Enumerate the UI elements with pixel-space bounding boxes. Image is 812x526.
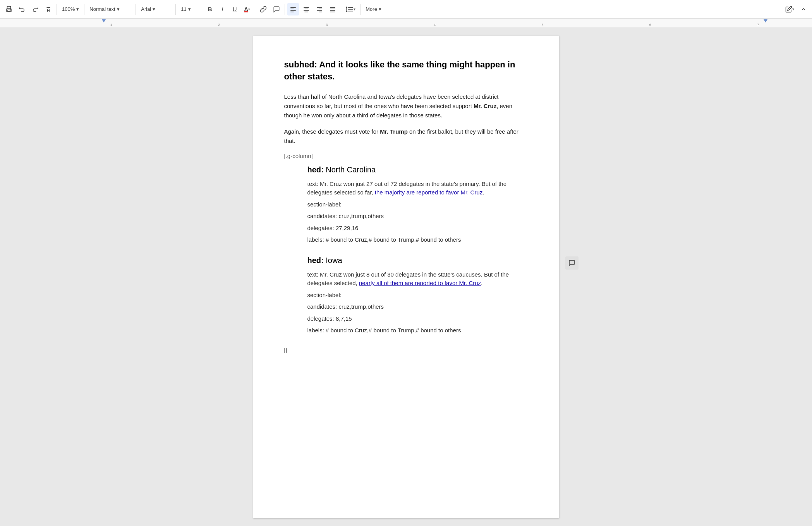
delegates-iowa: delegates: 8,7,15 <box>307 315 528 323</box>
delegates-nc: delegates: 27,29,16 <box>307 224 528 233</box>
paragraph-2-start: Again, these delegates must vote for <box>284 128 380 135</box>
ruler-mark-6: 6 <box>596 23 704 27</box>
underline-button[interactable]: U <box>229 3 240 15</box>
print-button[interactable] <box>3 3 15 15</box>
ruler: 1 2 3 4 5 6 7 <box>0 19 812 28</box>
labels-nc: labels: # bound to Cruz,# bound to Trump… <box>307 235 528 244</box>
ruler-mark-3: 3 <box>273 23 381 27</box>
style-dropdown[interactable]: Normal text ▾ <box>87 3 133 15</box>
ruler-indent-left[interactable] <box>102 19 106 22</box>
style-chevron: ▾ <box>117 6 120 12</box>
size-label: 11 <box>181 6 186 12</box>
more-label: More <box>366 6 377 12</box>
more-chevron: ▾ <box>379 6 381 12</box>
font-dropdown[interactable]: Arial ▾ <box>138 3 173 15</box>
ruler-mark-2: 2 <box>165 23 273 27</box>
hed-label-2: hed: <box>307 256 324 265</box>
hed-iowa: hed: Iowa <box>307 256 528 265</box>
svg-point-3 <box>10 9 11 10</box>
zoom-dropdown[interactable]: 100% ▾ <box>59 3 82 15</box>
divider-7 <box>285 4 285 15</box>
color-chevron: ▾ <box>248 7 250 11</box>
ruler-mark-7: 7 <box>704 23 812 27</box>
divider-9 <box>360 4 361 15</box>
hed-label-1: hed: <box>307 165 324 174</box>
zoom-chevron: ▾ <box>76 6 79 12</box>
text-color-button[interactable]: A ▾ <box>242 3 252 15</box>
undo-button[interactable] <box>16 3 28 15</box>
size-chevron: ▾ <box>188 6 191 12</box>
linespacing-chevron: ▾ <box>354 7 355 11</box>
paragraph-2-bold: Mr. Trump <box>380 128 408 135</box>
divider-4 <box>175 4 176 15</box>
text-iowa-suffix: . <box>481 280 482 286</box>
candidates-nc: candidates: cruz,trump,others <box>307 212 528 221</box>
section-iowa: hed: Iowa text: Mr. Cruz won just 8 out … <box>284 256 528 335</box>
svg-rect-2 <box>8 10 10 12</box>
comment-sidebar-icon[interactable] <box>565 256 579 270</box>
document-page[interactable]: subhed: And it looks like the same thing… <box>253 36 559 518</box>
divider-2 <box>84 4 84 15</box>
divider-5 <box>202 4 202 15</box>
edit-button[interactable]: ▾ <box>783 3 797 15</box>
svg-rect-0 <box>7 6 11 9</box>
ruler-indent-right[interactable] <box>764 19 767 22</box>
style-label: Normal text <box>89 6 115 12</box>
paragraph-2: Again, these delegates must vote for Mr.… <box>284 127 528 146</box>
align-right-button[interactable] <box>314 3 325 15</box>
color-bar <box>244 11 248 12</box>
section-label-nc: section-label: <box>307 200 528 209</box>
text-nc: text: Mr. Cruz won just 27 out of 72 del… <box>307 180 528 197</box>
edit-chevron: ▾ <box>792 7 794 11</box>
collapse-toolbar-button[interactable] <box>798 3 809 15</box>
toolbar: 100% ▾ Normal text ▾ Arial ▾ 11 ▾ B I U … <box>0 0 812 19</box>
text-nc-link[interactable]: the majority are reported to favor Mr. C… <box>375 189 482 196</box>
section-north-carolina: hed: North Carolina text: Mr. Cruz won j… <box>284 165 528 244</box>
text-iowa-link[interactable]: nearly all of them are reported to favor… <box>359 280 481 286</box>
labels-iowa: labels: # bound to Cruz,# bound to Trump… <box>307 326 528 335</box>
bold-icon: B <box>208 6 212 12</box>
paragraph-1: Less than half of North Carolina and Iow… <box>284 92 528 120</box>
hed-value-1-text: North Carolina <box>326 165 376 174</box>
divider-8 <box>341 4 341 15</box>
hed-value-2-text: Iowa <box>326 256 342 265</box>
section-label-iowa: section-label: <box>307 291 528 300</box>
hed-north-carolina: hed: North Carolina <box>307 165 528 174</box>
bracket-label: [.g-column] <box>284 153 528 159</box>
align-center-button[interactable] <box>300 3 312 15</box>
sections-container: hed: North Carolina text: Mr. Cruz won j… <box>284 165 528 335</box>
align-left-button[interactable] <box>287 3 299 15</box>
italic-button[interactable]: I <box>217 3 228 15</box>
ruler-mark-1: 1 <box>57 23 165 27</box>
comment-button[interactable] <box>271 3 282 15</box>
font-chevron: ▾ <box>153 6 155 12</box>
underline-icon: U <box>233 6 237 12</box>
divider-6 <box>255 4 255 15</box>
page-area: subhed: And it looks like the same thing… <box>0 28 812 526</box>
link-button[interactable] <box>258 3 269 15</box>
bracket-bottom: [] <box>284 347 528 353</box>
ruler-mark-5: 5 <box>489 23 596 27</box>
divider-3 <box>136 4 136 15</box>
divider-1 <box>57 4 57 15</box>
font-label: Arial <box>141 6 151 12</box>
bold-button[interactable]: B <box>204 3 215 15</box>
paragraph-1-bold: Mr. Cruz <box>474 103 496 109</box>
paragraph-1-text: Less than half of North Carolina and Iow… <box>284 93 499 109</box>
redo-button[interactable] <box>29 3 41 15</box>
justify-button[interactable] <box>327 3 338 15</box>
zoom-value: 100% <box>62 6 75 12</box>
ruler-mark-4: 4 <box>381 23 488 27</box>
text-nc-suffix: . <box>482 189 484 196</box>
candidates-iowa: candidates: cruz,trump,others <box>307 303 528 311</box>
size-dropdown[interactable]: 11 ▾ <box>178 3 199 15</box>
italic-icon: I <box>221 6 223 12</box>
paint-format-button[interactable] <box>43 3 54 15</box>
subhed-paragraph: subhed: And it looks like the same thing… <box>284 59 528 83</box>
text-iowa: text: Mr. Cruz won just 8 out of 30 dele… <box>307 270 528 288</box>
ruler-marks: 1 2 3 4 5 6 7 <box>57 23 812 27</box>
more-dropdown[interactable]: More ▾ <box>363 3 384 15</box>
color-a-icon: A <box>244 6 248 12</box>
line-spacing-button[interactable]: ▾ <box>343 3 358 15</box>
